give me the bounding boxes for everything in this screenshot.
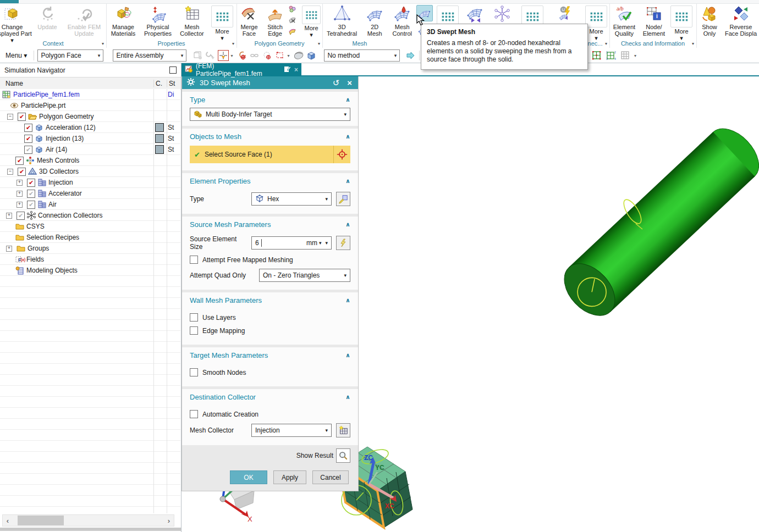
apply-button[interactable]: Apply xyxy=(273,470,306,484)
collapse-chevron-icon[interactable]: ∧ xyxy=(345,352,350,359)
connections-group-caret[interactable]: ▾ xyxy=(605,41,607,46)
update-button[interactable]: Update xyxy=(32,4,63,30)
tree-row-air-body[interactable]: ✔ Air (14) St xyxy=(0,144,180,155)
checkbox-partial[interactable]: ✔ xyxy=(27,190,35,198)
dialog-titlebar[interactable]: 3D Swept Mesh ↺ × xyxy=(182,76,358,89)
properties-group-caret[interactable]: ▾ xyxy=(232,41,234,46)
tree-row-accelerator-collector[interactable]: + ✔ Accelerator xyxy=(0,188,180,199)
mesh-control-button[interactable]: Mesh Control xyxy=(388,4,416,37)
checkbox-checked[interactable]: ✔ xyxy=(24,124,32,132)
ok-button[interactable]: OK xyxy=(230,470,267,484)
pipe-solid-body[interactable] xyxy=(554,119,759,325)
use-layers-checkbox[interactable] xyxy=(190,313,198,322)
expand-expander[interactable]: + xyxy=(16,202,23,208)
source-element-size-field[interactable]: 6 mm ▾ ▾ xyxy=(251,236,332,250)
context-group-caret[interactable]: ▾ xyxy=(102,41,104,46)
tab-close-icon[interactable]: × xyxy=(294,66,298,74)
dialog-reset-icon[interactable]: ↺ xyxy=(331,79,342,87)
expand-expander[interactable]: + xyxy=(16,180,23,186)
navigator-horizontal-scrollbar[interactable]: ‹ › xyxy=(2,514,174,527)
menu-button[interactable]: Menu ▾ xyxy=(2,52,30,59)
element-type-combo[interactable]: Hex ▾ xyxy=(251,192,332,206)
grid-display-icon[interactable] xyxy=(620,50,631,61)
show-only-button[interactable]: Show Only xyxy=(696,4,723,37)
collapse-expander[interactable]: − xyxy=(7,114,13,120)
element-quality-button[interactable]: a/b Element Quality xyxy=(609,4,639,37)
automatic-creation-checkbox[interactable] xyxy=(190,410,198,418)
point-dialog-button[interactable] xyxy=(333,146,350,163)
collapse-chevron-icon[interactable]: ∧ xyxy=(345,178,350,185)
change-displayed-part-button[interactable]: Change Displayed Part ▾ xyxy=(0,4,32,43)
merge-face-button[interactable]: Merge Face xyxy=(237,4,262,37)
color-swatch[interactable] xyxy=(155,134,164,143)
stitch-edge-button[interactable]: Stitch Edge xyxy=(262,4,288,37)
collapse-chevron-icon[interactable]: ∧ xyxy=(345,133,350,140)
collapse-chevron-icon[interactable]: ∧ xyxy=(345,394,350,401)
attempt-free-mapped-checkbox[interactable] xyxy=(190,256,198,264)
universal-connection-button[interactable]: U xyxy=(551,4,582,23)
dialog-close-icon[interactable]: × xyxy=(345,79,354,87)
mesh-collector-combo[interactable]: Injection ▾ xyxy=(251,424,332,437)
checkbox-partial[interactable]: ✔ xyxy=(24,146,32,154)
attempt-quad-only-combo[interactable]: On - Zero Triangles ▾ xyxy=(259,269,350,282)
1d-connection-button[interactable] xyxy=(461,4,488,23)
fem-window-tab[interactable]: (FEM) ParticlePipe_fem1.fem × xyxy=(182,63,301,76)
reverse-face-display-button[interactable]: Reverse Face Displa xyxy=(723,4,759,37)
snap-point-filter-icon[interactable] xyxy=(218,50,229,61)
column-c[interactable]: C. xyxy=(153,80,167,87)
expand-expander[interactable]: + xyxy=(6,246,12,252)
tree-row-groups[interactable]: + Groups xyxy=(0,243,180,254)
more-polygon-geometry-button[interactable]: More ▾ xyxy=(301,4,321,38)
enable-fem-update-button[interactable]: Enable FEM Update xyxy=(63,4,106,37)
snap-point-caret-icon[interactable]: ▾ xyxy=(230,53,235,58)
unit-value[interactable]: mm xyxy=(306,239,317,247)
tree-row-fields[interactable]: F⒳ Fields xyxy=(0,254,180,265)
tree-row-selection-recipes[interactable]: Selection Recipes xyxy=(0,232,180,243)
collapse-chevron-icon[interactable]: ∧ xyxy=(345,96,350,103)
collapse-chevron-icon[interactable]: ∧ xyxy=(345,221,350,228)
more-checks-button[interactable]: More ▾ xyxy=(669,4,694,41)
scroll-right-icon[interactable]: › xyxy=(165,517,173,525)
method-combo[interactable]: No method ▾ xyxy=(324,49,400,62)
chain-select-icon[interactable] xyxy=(249,50,260,61)
wrench-filter-icon[interactable] xyxy=(205,50,216,61)
tree-row-injection-collector[interactable]: + ✔ Injection xyxy=(0,177,180,188)
tree-row-injection-body[interactable]: ✔ Injection (13) St xyxy=(0,133,180,144)
delete-face-icon[interactable] xyxy=(288,16,301,26)
color-swatch[interactable] xyxy=(155,145,164,154)
expand-expander[interactable]: + xyxy=(6,213,12,219)
go-arrow-icon[interactable] xyxy=(405,50,416,61)
tree-row-polygon-geometry[interactable]: − ✔ Polygon Geometry xyxy=(0,111,180,122)
manage-materials-button[interactable]: Manage Materials xyxy=(106,4,140,37)
field-options-caret-icon[interactable]: ▾ xyxy=(325,240,328,246)
tree-row-air-collector[interactable]: + ✔ Air xyxy=(0,199,180,210)
rotate-point-icon[interactable] xyxy=(237,50,248,61)
tree-row-acceleration[interactable]: ✔ Acceleration (12) St xyxy=(0,122,180,133)
edge-mapping-checkbox[interactable] xyxy=(190,326,198,335)
unit-caret-icon[interactable]: ▾ xyxy=(319,240,322,246)
spider-connection-button[interactable] xyxy=(488,4,516,23)
circle-crosshair-icon[interactable] xyxy=(262,50,273,61)
checkbox-checked[interactable]: ✔ xyxy=(18,113,26,121)
mesh-collector-button[interactable]: Mesh Collector xyxy=(175,4,208,37)
tree-row-connection-collectors[interactable]: + ✔ Connection Collectors xyxy=(0,210,180,221)
auto-element-size-button[interactable] xyxy=(336,236,350,250)
selection-filter-icon[interactable] xyxy=(193,50,204,61)
tree-row-csys[interactable]: CSYS xyxy=(0,221,180,232)
tree-row-modeling-objects[interactable]: Modeling Objects xyxy=(0,265,180,276)
new-collector-button[interactable] xyxy=(336,423,350,437)
2d-mesh-button[interactable]: 2D Mesh xyxy=(361,4,388,37)
edit-element-type-button[interactable] xyxy=(336,192,350,206)
grid-cluster-caret-icon[interactable]: ▾ xyxy=(634,53,639,58)
checkbox-checked[interactable]: ✔ xyxy=(27,179,35,187)
tree-row-3d-collectors[interactable]: − ✔ 3D Collectors xyxy=(0,166,180,177)
fill-hole-icon[interactable] xyxy=(288,5,301,15)
scrollbar-thumb[interactable] xyxy=(18,516,64,525)
float-panel-icon[interactable] xyxy=(169,66,177,74)
checkbox-checked[interactable]: ✔ xyxy=(15,157,24,165)
checkbox-checked[interactable]: ✔ xyxy=(18,168,26,176)
mesh-type-combo[interactable]: Multi Body-Infer Target ▾ xyxy=(190,108,350,121)
selection-scope-combo[interactable]: Polygon Face ▾ xyxy=(37,49,103,62)
column-name[interactable]: Name xyxy=(0,80,153,87)
smooth-nodes-checkbox[interactable] xyxy=(190,368,198,376)
